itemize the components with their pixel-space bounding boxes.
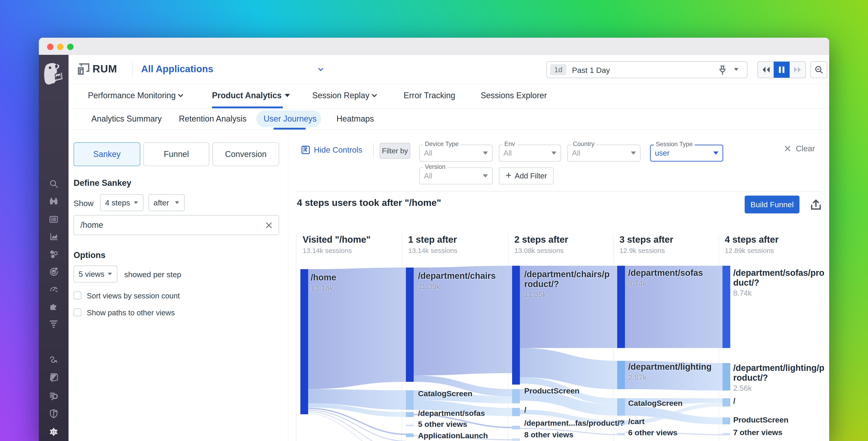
subtab-heatmaps[interactable]: Heatmaps	[337, 114, 374, 124]
sankey-node-home[interactable]: /home 13.14k	[311, 273, 336, 292]
rum-globe-icon-active[interactable]	[49, 427, 59, 437]
export-button[interactable]	[809, 198, 823, 212]
views-per-step-select[interactable]: 5 views	[73, 266, 117, 283]
integrations-puzzle-icon[interactable]	[49, 301, 59, 312]
sankey-node-bar-other5[interactable]	[722, 433, 730, 435]
direction-select[interactable]: after	[149, 194, 185, 211]
add-filter-button[interactable]: + Add Filter	[499, 168, 554, 184]
sankey-node-bar-root5[interactable]	[722, 398, 730, 407]
country-filter[interactable]: Country All	[567, 145, 641, 161]
sankey-node-cart4[interactable]: /cart	[628, 417, 645, 426]
close-window-button[interactable]	[47, 43, 54, 50]
sankey-node-bar-lightingproduct5[interactable]	[722, 363, 730, 390]
rewind-button[interactable]	[758, 62, 774, 78]
sankey-node-catalogscreen2[interactable]: CatalogScreen	[418, 389, 472, 398]
build-funnel-button[interactable]: Build Funnel	[745, 196, 800, 213]
mode-button-conversion[interactable]: Conversion	[212, 142, 279, 166]
steps-select[interactable]: 4 steps	[100, 194, 144, 211]
tab-sessions-explorer[interactable]: Sessions Explorer	[480, 91, 547, 100]
sankey-node-bar-product5[interactable]	[722, 417, 730, 424]
sankey-node-other5[interactable]: 7 other views	[733, 428, 782, 437]
sort-views-checkbox[interactable]	[73, 292, 81, 299]
tab-session-replay[interactable]: Session Replay	[312, 91, 376, 100]
notebooks-icon[interactable]	[49, 372, 59, 383]
sankey-node-bar-applaunch[interactable]	[406, 434, 414, 437]
security-shield-icon[interactable]	[49, 408, 59, 419]
sankey-node-sofasproduct5[interactable]: /department/sofas/product/? 8.74k	[733, 268, 825, 297]
sankey-node-lightingproduct5[interactable]: /department/lighting/product/? 2.56k	[733, 363, 827, 392]
sankey-node-other3[interactable]: 8 other views	[524, 430, 574, 439]
env-filter[interactable]: Env All	[499, 145, 561, 161]
sankey-node-root5[interactable]: /	[733, 396, 735, 405]
sankey-node-other2[interactable]: 5 other views	[418, 420, 467, 429]
sankey-node-bar-home[interactable]	[300, 269, 308, 414]
tab-product-analytics-active[interactable]: Product Analytics	[212, 91, 290, 100]
sankey-node-productscreen3[interactable]: ProductScreen	[524, 386, 580, 395]
logs-pipelines-icon[interactable]	[49, 318, 59, 329]
application-selector-chevron-icon[interactable]	[319, 67, 322, 71]
view-query-input[interactable]: /home	[73, 215, 279, 235]
clear-filters-button[interactable]: Clear	[783, 144, 815, 153]
sankey-node-root3[interactable]: /	[524, 405, 526, 414]
monitors-target-icon[interactable]	[49, 266, 59, 277]
application-selector[interactable]: All Applications	[141, 63, 213, 75]
page-title: RUM	[93, 63, 117, 75]
hide-controls-button[interactable]: Hide Controls	[301, 145, 362, 154]
minimize-window-button[interactable]	[57, 43, 63, 50]
synthetics-path-icon[interactable]	[49, 354, 59, 365]
sankey-node-other4[interactable]: 6 other views	[628, 428, 677, 437]
clear-input-x-icon[interactable]	[265, 221, 273, 230]
fast-forward-button-disabled[interactable]	[789, 62, 805, 78]
zoom-out-button[interactable]	[810, 61, 827, 78]
tab-error-tracking[interactable]: Error Tracking	[404, 91, 455, 100]
time-range-picker[interactable]: 1d Past 1 Day	[547, 61, 747, 78]
sankey-node-bar-chairs[interactable]	[406, 268, 414, 382]
sankey-node-lighting4[interactable]: /department/lighting 2.57k	[628, 362, 712, 382]
sankey-node-bar-sofas2[interactable]	[406, 412, 414, 417]
sankey-node-bar-lighting4[interactable]	[617, 361, 625, 389]
maximize-window-button[interactable]	[67, 43, 73, 50]
sankey-node-bar-sofas4[interactable]	[617, 266, 625, 348]
tab-performance-monitoring[interactable]: Performance Monitoring	[88, 91, 183, 100]
sankey-node-bar-trunc3[interactable]	[512, 426, 520, 429]
sankey-diagram[interactable]	[297, 234, 829, 441]
subtab-retention-analysis[interactable]: Retention Analysis	[179, 114, 246, 124]
sankey-node-bar-chairsproduct[interactable]	[512, 266, 520, 385]
subtab-user-journeys-active[interactable]: User Journeys	[264, 114, 317, 124]
device-type-filter[interactable]: Device Type All	[420, 145, 493, 161]
sankey-node-bar-catalog2[interactable]	[406, 390, 414, 410]
sankey-node-bar-product3[interactable]	[512, 389, 520, 403]
show-paths-checkbox[interactable]	[73, 308, 81, 316]
sankey-node-chairsproduct[interactable]: /department/chairs/product/? 11.35k	[524, 269, 611, 299]
sankey-node-bar-other4[interactable]	[617, 433, 625, 435]
sankey-node-truncated3[interactable]: /department...fas/product/?	[524, 419, 624, 427]
pin-icon[interactable]	[717, 64, 728, 77]
sankey-node-productscreen5[interactable]: ProductScreen	[733, 415, 788, 424]
sankey-node-bar-catalog4[interactable]	[617, 398, 625, 416]
pause-button-active[interactable]	[774, 62, 789, 78]
sankey-node-chairs[interactable]: /department/chairs 11.39k	[418, 271, 503, 291]
datadog-logo[interactable]	[42, 62, 65, 89]
apm-gauge-icon[interactable]	[49, 284, 59, 294]
search-icon[interactable]	[49, 178, 59, 189]
sankey-node-catalogscreen4[interactable]: CatalogScreen	[628, 399, 683, 407]
session-type-filter-active[interactable]: Session Type user	[650, 145, 723, 161]
watchdog-binoculars-icon[interactable]	[49, 196, 59, 207]
mode-button-funnel[interactable]: Funnel	[144, 142, 209, 166]
subtab-analytics-summary[interactable]: Analytics Summary	[91, 114, 162, 124]
sankey-node-bar-other2[interactable]	[406, 425, 414, 426]
mode-button-sankey-active[interactable]: Sankey	[73, 142, 140, 166]
sankey-node-bar-root3[interactable]	[512, 408, 520, 416]
log-explorer-icon[interactable]	[49, 390, 59, 401]
metrics-chart-icon[interactable]	[49, 232, 59, 242]
sankey-node-bar-other3[interactable]	[512, 439, 520, 441]
sankey-node-sofas2[interactable]: /department/sofas	[418, 409, 485, 417]
sankey-node-sofas4[interactable]: /department/sofas 8.74k	[628, 268, 703, 288]
time-range-dropdown-caret[interactable]	[734, 68, 739, 72]
infrastructure-hexagons-icon[interactable]	[49, 249, 59, 259]
dashboards-icon[interactable]	[49, 214, 59, 225]
sankey-node-bar-sofasproduct5[interactable]	[722, 266, 730, 348]
filter-by-button[interactable]: Filter by	[380, 143, 410, 159]
version-filter[interactable]: Version All	[420, 168, 493, 184]
sankey-node-applicationlaunch[interactable]: ApplicationLaunch	[418, 431, 488, 440]
